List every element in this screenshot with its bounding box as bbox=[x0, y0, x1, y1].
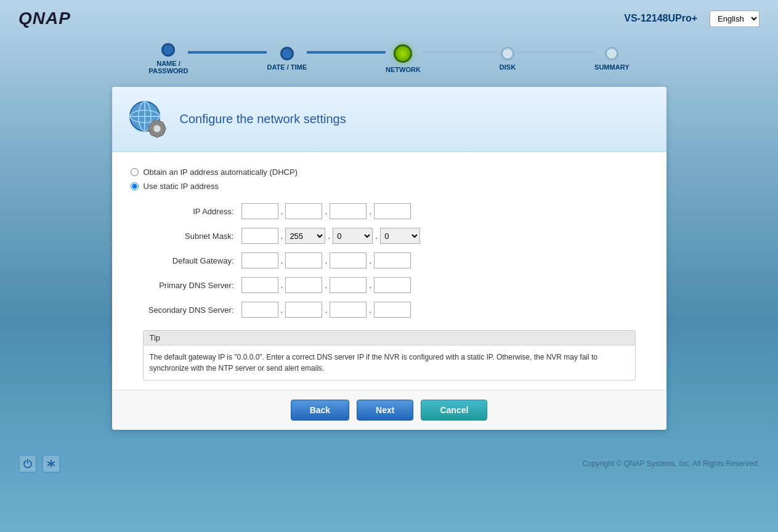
step-label-network: NETWORK bbox=[386, 66, 421, 73]
power-icon bbox=[23, 459, 33, 469]
ip-address-label: IP Address: bbox=[143, 207, 241, 216]
content-title: Configure the network settings bbox=[180, 112, 346, 126]
footer-icons bbox=[18, 454, 60, 473]
primary-dns-d[interactable]: 1 bbox=[374, 277, 411, 293]
step-circle-disk bbox=[501, 47, 514, 60]
connector-1 bbox=[188, 51, 267, 54]
secondary-dns-c[interactable]: 8 bbox=[330, 302, 367, 318]
asterisk-button[interactable] bbox=[42, 454, 60, 473]
dhcp-label: Obtain an IP address automatically (DHCP… bbox=[144, 167, 298, 177]
subnet-b-select[interactable]: 255 254 252 248 240 224 192 128 0 bbox=[285, 228, 325, 244]
connector-3 bbox=[421, 51, 500, 54]
ip-mode-group: Obtain an IP address automatically (DHCP… bbox=[131, 167, 648, 191]
primary-dns-c[interactable]: 0 bbox=[330, 277, 367, 293]
step-label-date-time: DATE / TIME bbox=[267, 63, 307, 71]
secondary-dns-a[interactable]: 8 bbox=[241, 302, 278, 318]
power-button[interactable] bbox=[18, 454, 37, 473]
dhcp-radio[interactable] bbox=[131, 168, 139, 176]
page-footer: Copyright © QNAP Systems, Inc. All Right… bbox=[0, 442, 778, 485]
footer-copyright: Copyright © QNAP Systems, Inc. All Right… bbox=[583, 459, 760, 468]
step-disk: DISK bbox=[500, 47, 516, 71]
subnet-a[interactable]: 255 bbox=[241, 228, 278, 244]
content-box: Configure the network settings Obtain an… bbox=[112, 87, 667, 430]
wizard-steps: NAME /PASSWORD DATE / TIME NETWORK DISK … bbox=[149, 43, 630, 75]
primary-dns-label: Primary DNS Server: bbox=[143, 281, 241, 290]
ip-b[interactable]: 254 bbox=[285, 203, 322, 219]
header-right: VS-12148UPro+ English 中文 日本語 bbox=[624, 10, 760, 27]
header: QNAP VS-12148UPro+ English 中文 日本語 bbox=[0, 0, 778, 37]
static-radio[interactable] bbox=[131, 182, 139, 190]
ip-address-inputs: 169 . 254 . 100 . 148 bbox=[241, 203, 411, 219]
tip-box: Tip The default gateway IP is "0.0.0.0".… bbox=[143, 330, 636, 381]
primary-dns-row: Primary DNS Server: 127 . 0 . 0 . 1 bbox=[143, 277, 648, 293]
next-button[interactable]: Next bbox=[357, 400, 413, 421]
back-button[interactable]: Back bbox=[291, 400, 349, 421]
secondary-dns-row: Secondary DNS Server: 8 . 8 . 8 . 8 bbox=[143, 302, 648, 318]
device-name: VS-12148UPro+ bbox=[624, 13, 697, 24]
primary-dns-a[interactable]: 127 bbox=[241, 277, 278, 293]
secondary-dns-d[interactable]: 8 bbox=[374, 302, 411, 318]
gateway-a[interactable]: 0 bbox=[241, 252, 278, 268]
static-label: Use static IP address bbox=[144, 182, 219, 191]
step-name-password: NAME /PASSWORD bbox=[149, 43, 188, 75]
network-form: IP Address: 169 . 254 . 100 . 148 Subnet… bbox=[131, 203, 648, 318]
subnet-d-select[interactable]: 0 255 254 252 bbox=[380, 228, 420, 244]
asterisk-icon bbox=[46, 459, 56, 469]
ip-address-row: IP Address: 169 . 254 . 100 . 148 bbox=[143, 203, 648, 219]
ip-c[interactable]: 100 bbox=[330, 203, 367, 219]
step-circle-date-time bbox=[280, 47, 294, 60]
step-circle-network bbox=[394, 44, 412, 63]
subnet-inputs: 255 . 255 254 252 248 240 224 192 128 0 bbox=[241, 228, 421, 244]
step-label-disk: DISK bbox=[500, 63, 516, 71]
step-network: NETWORK bbox=[386, 44, 421, 73]
cancel-button[interactable]: Cancel bbox=[421, 400, 487, 421]
language-selector[interactable]: English 中文 日本語 bbox=[710, 10, 760, 27]
content-header: Configure the network settings bbox=[112, 87, 667, 152]
step-date-time: DATE / TIME bbox=[267, 47, 307, 71]
svg-rect-7 bbox=[156, 119, 158, 123]
gateway-row: Default Gateway: 0 . 0 . 0 . 0 bbox=[143, 252, 648, 268]
primary-dns-b[interactable]: 0 bbox=[285, 277, 322, 293]
step-summary: SUMMARY bbox=[594, 47, 629, 71]
gateway-d[interactable]: 0 bbox=[374, 252, 411, 268]
tip-title: Tip bbox=[144, 331, 635, 345]
svg-rect-10 bbox=[163, 127, 166, 130]
ip-a[interactable]: 169 bbox=[241, 203, 278, 219]
primary-dns-inputs: 127 . 0 . 0 . 1 bbox=[241, 277, 411, 293]
subnet-mask-label: Subnet Mask: bbox=[143, 232, 241, 241]
subnet-c-select[interactable]: 0 255 254 252 bbox=[333, 228, 373, 244]
gateway-inputs: 0 . 0 . 0 . 0 bbox=[241, 252, 411, 268]
secondary-dns-inputs: 8 . 8 . 8 . 8 bbox=[241, 302, 411, 318]
content-body: Obtain an IP address automatically (DHCP… bbox=[112, 152, 667, 390]
svg-rect-9 bbox=[148, 127, 152, 130]
network-icon bbox=[128, 99, 168, 139]
step-label-name-password: NAME /PASSWORD bbox=[149, 60, 188, 75]
secondary-dns-label: Secondary DNS Server: bbox=[143, 305, 241, 315]
gateway-c[interactable]: 0 bbox=[330, 252, 367, 268]
svg-rect-8 bbox=[156, 134, 158, 138]
main-content: Configure the network settings Obtain an… bbox=[0, 87, 778, 430]
subnet-mask-row: Subnet Mask: 255 . 255 254 252 248 240 2… bbox=[143, 228, 648, 244]
secondary-dns-b[interactable]: 8 bbox=[285, 302, 322, 318]
gateway-b[interactable]: 0 bbox=[285, 252, 322, 268]
svg-point-6 bbox=[153, 125, 161, 132]
gateway-label: Default Gateway: bbox=[143, 256, 241, 265]
content-footer: Back Next Cancel bbox=[112, 390, 667, 430]
static-radio-item[interactable]: Use static IP address bbox=[131, 182, 648, 191]
qnap-logo: QNAP bbox=[18, 6, 71, 31]
step-circle-summary bbox=[605, 47, 618, 60]
ip-d[interactable]: 148 bbox=[374, 203, 411, 219]
logo-text: QNAP bbox=[18, 9, 71, 28]
connector-2 bbox=[307, 51, 386, 54]
dhcp-radio-item[interactable]: Obtain an IP address automatically (DHCP… bbox=[131, 167, 648, 177]
wizard-steps-container: NAME /PASSWORD DATE / TIME NETWORK DISK … bbox=[0, 37, 778, 87]
tip-content: The default gateway IP is "0.0.0.0". Ent… bbox=[144, 345, 635, 380]
step-circle-name-password bbox=[161, 43, 175, 57]
step-label-summary: SUMMARY bbox=[594, 63, 629, 71]
connector-4 bbox=[516, 51, 594, 54]
